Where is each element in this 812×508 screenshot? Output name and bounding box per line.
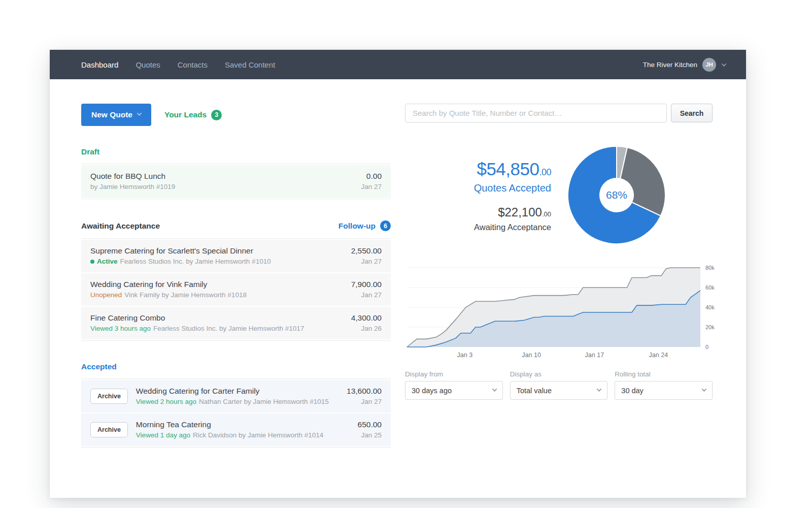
nav-item-saved-content[interactable]: Saved Content [225,60,275,69]
your-leads-label: Your Leads [164,110,207,119]
control-display-as: Display asTotal value [510,370,608,400]
draft-section-title: Draft [81,147,99,156]
section-draft: Draft Quote for BBQ Lunch by Jamie Hemsw… [81,147,391,199]
area-chart: 80k60k40k20k0Jan 3Jan 10Jan 17Jan 24 [405,257,713,362]
donut-center-label: 68% [606,189,627,201]
quote-date: Jan 25 [358,431,382,439]
top-nav: DashboardQuotesContactsSaved Content The… [50,50,746,79]
followup-label: Follow-up [339,221,376,231]
new-quote-label: New Quote [91,110,132,119]
quote-row[interactable]: Wedding Catering for Vink Family Unopene… [81,273,391,306]
chevron-down-icon [137,111,142,116]
y-axis-tick: 20k [705,324,715,330]
quote-title: Supreme Catering for Scarlett's Special … [90,246,351,256]
select-display-from[interactable]: 30 days ago [405,381,503,400]
quote-meta: Viewed 2 hours agoNathan Carter by Jamie… [136,398,347,405]
quote-amount: 13,600.00 [347,387,382,396]
nav-item-quotes[interactable]: Quotes [136,60,160,69]
y-axis-tick: 0 [705,344,708,350]
quote-date: Jan 26 [351,325,382,332]
account-name: The River Kitchen [643,61,697,69]
archive-button[interactable]: Archive [90,389,128,404]
chart-controls: Display from30 days agoDisplay asTotal v… [405,370,713,400]
quote-status: Active [90,258,118,265]
stats-panel: $54,850.00 Quotes Accepted $22,100.00 Aw… [405,145,713,245]
nav-menu: DashboardQuotesContactsSaved Content [81,60,275,69]
accepted-total: $54,850.00 [405,159,551,179]
y-axis-tick: 80k [705,265,715,271]
select-value: Total value [517,387,552,395]
active-dot-icon [90,260,94,264]
quote-status: Viewed 1 day ago [136,431,190,439]
draft-quote-list: Quote for BBQ Lunch by Jamie Hemsworth #… [81,164,391,199]
search-button[interactable]: Search [671,104,713,122]
quote-date: Jan 27 [351,291,382,299]
quote-status: Unopened [90,291,122,299]
quote-row[interactable]: Archive Wedding Catering for Carter Fami… [81,380,391,412]
select-label: Display as [510,370,608,378]
select-value: 30 day [621,387,644,395]
y-axis-tick: 40k [705,304,715,310]
avatar[interactable]: JH [702,58,716,72]
donut-chart: 68% [566,145,667,245]
x-axis-tick: Jan 24 [649,352,668,359]
x-axis-tick: Jan 10 [522,352,541,359]
quote-meta: by Jamie Hemsworth #1019 [90,183,361,190]
chevron-down-icon [702,387,707,392]
nav-item-contacts[interactable]: Contacts [178,60,208,69]
quote-date: Jan 27 [351,258,382,265]
x-axis-tick: Jan 17 [585,352,604,359]
quote-title: Fine Catering Combo [90,313,351,323]
select-rolling-total[interactable]: 30 day [615,381,713,400]
awaiting-total-label: Awaiting Acceptance [405,223,551,232]
archive-button[interactable]: Archive [90,422,128,437]
chevron-down-icon [492,387,497,392]
quote-status: Viewed 2 hours ago [136,398,196,405]
x-axis-tick: Jan 3 [457,352,473,359]
select-value: 30 days ago [412,387,452,395]
accepted-section-title: Accepted [81,362,117,371]
donut-slice-awaiting-acceptance [620,147,665,216]
awaiting-quote-list: Supreme Catering for Scarlett's Special … [81,238,391,341]
quote-meta: ActiveFearless Studios Inc. by Jamie Hem… [90,258,351,265]
y-axis-tick: 60k [705,284,715,291]
quote-amount: 650.00 [358,420,382,429]
quote-row[interactable]: Quote for BBQ Lunch by Jamie Hemsworth #… [81,165,391,198]
select-display-as[interactable]: Total value [510,381,608,400]
nav-item-dashboard[interactable]: Dashboard [81,60,118,69]
select-label: Rolling total [615,370,713,378]
quote-title: Wedding Catering for Carter Family [136,387,347,396]
control-rolling-total: Rolling total30 day [615,370,713,400]
section-awaiting: Awaiting Acceptance Follow-up 6 Supreme … [81,220,391,341]
quote-title: Wedding Catering for Vink Family [90,280,351,289]
select-label: Display from [405,370,503,378]
followup-link[interactable]: Follow-up 6 [339,220,391,231]
your-leads-link[interactable]: Your Leads 3 [164,110,222,120]
analytics-column: Search $54,850.00 Quotes Accepted $22,10… [405,104,713,448]
quote-amount: 2,550.00 [351,246,382,256]
chevron-down-icon [597,387,602,392]
awaiting-section-title: Awaiting Acceptance [81,221,160,231]
awaiting-total: $22,100.00 [405,205,551,219]
page: DashboardQuotesContactsSaved Content The… [0,0,812,508]
quote-row[interactable]: Archive Morning Tea Catering Viewed 1 da… [81,414,391,446]
followup-count-badge: 6 [380,220,391,231]
quote-status: Viewed 3 hours ago [90,325,151,332]
quote-row[interactable]: Supreme Catering for Scarlett's Special … [81,240,391,272]
search-input[interactable] [405,104,667,122]
quote-meta: Viewed 3 hours agoFearless Studios Inc. … [90,325,351,332]
control-display-from: Display from30 days ago [405,370,503,400]
leads-count-badge: 3 [211,110,222,120]
quote-meta: Viewed 1 day agoRick Davidson by Jamie H… [136,431,358,439]
quote-title: Quote for BBQ Lunch [90,172,361,181]
quote-meta: UnopenedVink Family by Jamie Hemsworth #… [90,291,351,299]
quote-amount: 4,300.00 [351,313,382,323]
quote-amount: 7,900.00 [351,280,382,289]
new-quote-button[interactable]: New Quote [81,104,151,126]
quote-title: Morning Tea Catering [136,420,358,429]
quote-amount: 0.00 [361,172,382,181]
section-accepted: Accepted Archive Wedding Catering for Ca… [81,362,391,448]
chevron-down-icon[interactable] [722,61,727,67]
account-menu[interactable]: The River Kitchen JH [643,58,726,72]
quote-row[interactable]: Fine Catering Combo Viewed 3 hours agoFe… [81,307,391,339]
